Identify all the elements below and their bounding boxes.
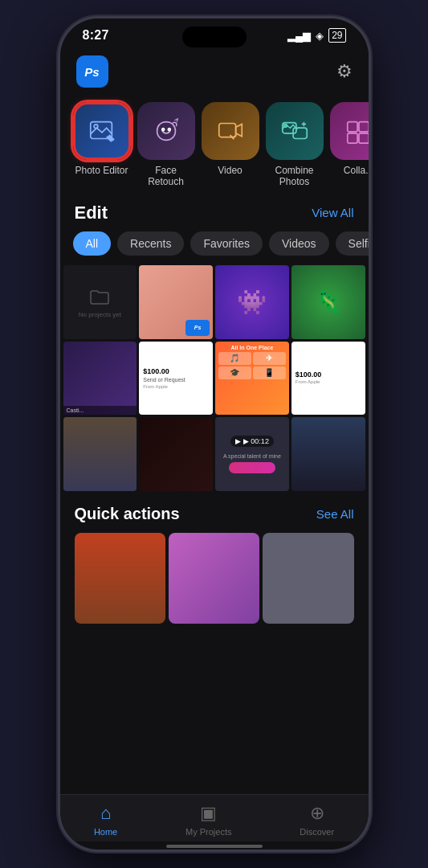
photo-editor-label: Photo Editor — [75, 165, 128, 176]
filter-tabs: All Recents Favorites Videos Selfies — [60, 231, 369, 265]
ps-logo[interactable]: Ps — [76, 55, 108, 88]
tools-row: Photo Editor Face Retouc — [60, 96, 369, 199]
tab-all[interactable]: All — [73, 231, 112, 256]
face-retouch-icon-box[interactable] — [137, 102, 195, 160]
see-all-button[interactable]: See All — [316, 507, 354, 521]
tool-face-retouch[interactable]: Face Retouch — [137, 102, 195, 188]
tool-combine-photos[interactable]: Combine Photos — [266, 102, 324, 188]
from-apple: From Apple — [143, 384, 168, 389]
view-all-button[interactable]: View All — [312, 206, 353, 219]
wifi-icon: ◈ — [316, 30, 324, 42]
quick-actions-section: Quick actions See All — [60, 493, 369, 632]
combine-photos-icon-box[interactable] — [266, 102, 324, 160]
photo-editor-svg — [87, 116, 117, 146]
svg-rect-10 — [359, 122, 369, 132]
grid-cell-gradient1[interactable]: Casti... — [63, 342, 137, 416]
home-indicator — [166, 845, 263, 848]
tool-video[interactable]: Video — [202, 102, 259, 188]
top-bar: Ps ⚙ — [60, 47, 369, 96]
collage-label: Colla... — [344, 165, 369, 176]
tool-photo-editor[interactable]: Photo Editor — [73, 102, 131, 188]
dynamic-island — [182, 27, 247, 47]
face-retouch-label: Face Retouch — [137, 165, 195, 188]
battery-icon: 29 — [328, 28, 345, 43]
collage-icon-box[interactable] — [330, 102, 369, 160]
grid-cell-all-in-one[interactable]: All In One Place 🎵 ✈ 🎓 📱 — [215, 342, 289, 416]
qa-cell-2[interactable] — [169, 533, 259, 624]
svg-rect-12 — [359, 133, 369, 143]
audio-waveform — [229, 462, 276, 473]
svg-rect-9 — [347, 122, 357, 132]
svg-point-3 — [168, 129, 170, 131]
cash-balance-amount: $100.00 — [143, 367, 169, 375]
collage-svg — [344, 116, 369, 146]
no-projects-text: No projects yet — [79, 311, 121, 318]
home-icon: ⌂ — [100, 803, 111, 824]
qa-cell-3[interactable] — [263, 533, 353, 624]
grid-cell-throne[interactable] — [63, 417, 137, 491]
edit-title: Edit — [75, 203, 108, 223]
tab-recents[interactable]: Recents — [117, 231, 184, 256]
nav-projects[interactable]: ▣ My Projects — [185, 803, 231, 837]
grid-cell-cash[interactable]: $100.00 Send or Request From Apple — [139, 342, 213, 416]
quick-actions-title: Quick actions — [75, 505, 180, 523]
tool-collage[interactable]: Colla... — [330, 102, 369, 188]
image-grid: No projects yet Ps 👾 🦎 Casti... — [60, 265, 369, 491]
grid-cell-pink[interactable]: Ps — [139, 265, 213, 339]
folder-icon — [88, 286, 111, 309]
home-label: Home — [94, 827, 117, 837]
monster-purple-emoji: 👾 — [237, 288, 267, 316]
projects-icon: ▣ — [200, 803, 217, 824]
quick-actions-grid — [75, 533, 354, 624]
video-svg — [215, 116, 246, 146]
grid-cell-monster-purple[interactable]: 👾 — [215, 265, 289, 339]
audio-timer: ▶▶ 00:12 — [230, 436, 274, 447]
bottom-nav: ⌂ Home ▣ My Projects ⊕ Discover — [60, 794, 369, 841]
qa-cell-1[interactable] — [75, 533, 165, 624]
grid-cell-nails[interactable] — [139, 417, 213, 491]
tab-favorites[interactable]: Favorites — [190, 231, 263, 256]
video-icon-box[interactable] — [202, 102, 259, 160]
all-in-one-title: All In One Place — [230, 345, 273, 350]
grid-cell-audio[interactable]: ▶▶ 00:12 A special talent of mine — [215, 417, 289, 491]
grid-cell-empty[interactable]: No projects yet — [63, 265, 137, 339]
svg-point-1 — [94, 125, 98, 129]
discover-icon: ⊕ — [310, 803, 324, 824]
svg-rect-4 — [218, 124, 235, 137]
combine-photos-label: Combine Photos — [266, 165, 324, 188]
video-label: Video — [218, 165, 242, 176]
audio-desc: A special talent of mine — [223, 453, 281, 459]
combine-photos-svg — [279, 116, 310, 146]
nav-home[interactable]: ⌂ Home — [94, 803, 117, 837]
tab-selfies[interactable]: Selfies — [336, 231, 369, 256]
status-time: 8:27 — [83, 28, 109, 43]
tab-videos[interactable]: Videos — [269, 231, 329, 256]
face-retouch-svg — [151, 116, 181, 146]
status-icons: ▂▄▆ ◈ 29 — [287, 28, 346, 43]
projects-label: My Projects — [185, 827, 231, 837]
grid-cell-balance2[interactable]: $100.00 From Apple — [291, 342, 365, 416]
nav-discover[interactable]: ⊕ Discover — [300, 803, 334, 837]
edit-section-header: Edit View All — [60, 199, 369, 231]
discover-label: Discover — [300, 827, 334, 837]
svg-rect-11 — [347, 133, 357, 143]
send-button: Send or Request — [143, 377, 185, 383]
monster-green-emoji: 🦎 — [316, 289, 341, 314]
grid-cell-dark-person[interactable] — [291, 417, 365, 491]
signal-icon: ▂▄▆ — [287, 30, 311, 42]
settings-icon[interactable]: ⚙ — [336, 61, 353, 82]
main-content: Ps ⚙ Photo Editor — [60, 47, 369, 794]
photo-editor-icon-box[interactable] — [73, 102, 131, 160]
quick-actions-header: Quick actions See All — [75, 505, 354, 523]
grid-cell-monster-green[interactable]: 🦎 — [291, 265, 365, 339]
svg-point-2 — [161, 129, 164, 131]
